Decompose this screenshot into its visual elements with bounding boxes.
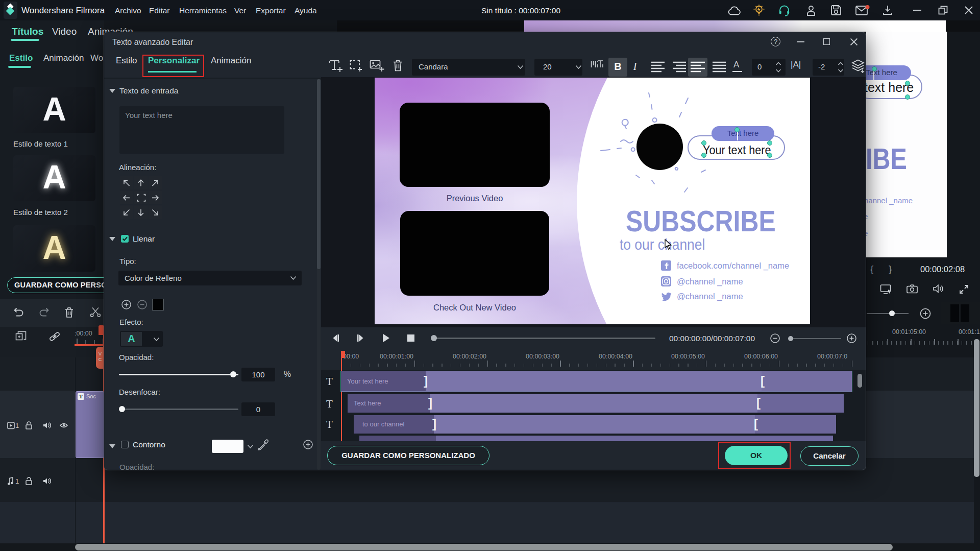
svg-text:1: 1 [15, 477, 19, 485]
svg-text:1: 1 [15, 422, 19, 429]
